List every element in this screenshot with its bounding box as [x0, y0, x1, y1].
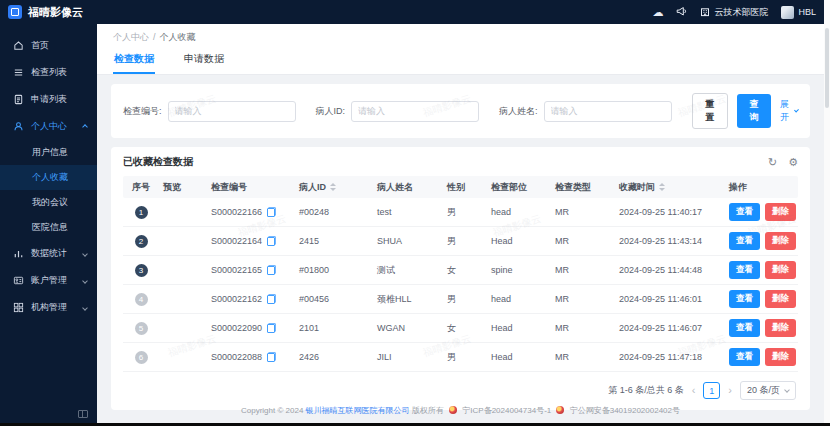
- table-row: 1 S000022166 #00248 test 男 head MR 2024-…: [123, 198, 798, 227]
- delete-button[interactable]: 删除: [765, 261, 796, 279]
- sidebar: 首页 检查列表 申请列表 个人中心 用户信息 个人收藏 我的会议 医院信息 数据…: [0, 24, 97, 423]
- col-fav-time: 收藏时间: [615, 181, 725, 194]
- row-index-badge: 2: [135, 235, 148, 248]
- patient-name-input[interactable]: [544, 101, 672, 122]
- main-content: 福晴影像云福晴影像云福晴影像云福晴影像云福晴影像云福晴影像云福晴影像云福晴影像云…: [97, 24, 824, 423]
- favorite-time: 2024-09-25 11:46:07: [615, 323, 725, 333]
- exam-no: S000022088: [211, 352, 262, 362]
- gender: 男: [443, 206, 487, 219]
- exam-no-input[interactable]: [168, 101, 296, 122]
- gender: 女: [443, 322, 487, 335]
- hospital-switcher[interactable]: 云技术部医院: [700, 6, 768, 19]
- pagination-total: 第 1-6 条/总共 6 条: [608, 384, 684, 397]
- view-button[interactable]: 查看: [729, 290, 760, 308]
- favorite-time: 2024-09-25 11:46:01: [615, 294, 725, 304]
- page-number-button[interactable]: 1: [703, 382, 720, 399]
- col-patient-id: 病人ID: [295, 181, 373, 194]
- view-button[interactable]: 查看: [729, 232, 760, 250]
- table-row: 6 S000022088 2426 JILI 男 Head MR 2024-09…: [123, 343, 798, 372]
- chevron-down-icon: [82, 251, 88, 257]
- delete-button[interactable]: 删除: [765, 232, 796, 250]
- exam-type: MR: [551, 236, 615, 246]
- footer: Copyright © 2024 银川福晴互联网医院有限公司 版权所有 宁ICP…: [97, 405, 824, 416]
- username: HBL: [798, 7, 816, 17]
- exam-type: MR: [551, 207, 615, 217]
- chevron-up-icon: [82, 124, 88, 130]
- copy-icon[interactable]: [267, 265, 276, 275]
- row-index-badge: 6: [135, 351, 148, 364]
- emblem-icon: [449, 406, 457, 414]
- favorites-table-card: 已收藏检查数据 ↻ ⚙ 序号 预览 检查编号 病人ID 病人姓名 性别 检查部位…: [111, 147, 810, 410]
- tab-exam-data[interactable]: 检查数据: [113, 50, 155, 74]
- sidebar-item-personal-center[interactable]: 个人中心: [0, 113, 97, 140]
- sidebar-item-home[interactable]: 首页: [0, 32, 97, 59]
- view-button[interactable]: 查看: [729, 261, 760, 279]
- patient-id-input[interactable]: [351, 101, 479, 122]
- patient-id: 2101: [295, 323, 373, 333]
- sidebar-subitem-meetings[interactable]: 我的会议: [0, 190, 97, 215]
- table-header: 序号 预览 检查编号 病人ID 病人姓名 性别 检查部位 检查类型 收藏时间 操…: [123, 176, 798, 198]
- chevron-down-icon: [794, 108, 799, 113]
- sidebar-item-statistics[interactable]: 数据统计: [0, 240, 97, 267]
- breadcrumb-current: 个人收藏: [160, 32, 196, 42]
- settings-gear-icon[interactable]: ⚙: [788, 157, 798, 168]
- view-button[interactable]: 查看: [729, 348, 760, 366]
- table-row: 2 S000022164 2415 SHUA 男 Head MR 2024-09…: [123, 227, 798, 256]
- megaphone-icon[interactable]: [676, 6, 687, 19]
- tab-apply-data[interactable]: 申请数据: [183, 50, 225, 74]
- patient-name: JILI: [373, 352, 443, 362]
- tab-bar: 检查数据 申请数据: [113, 50, 808, 74]
- copy-icon[interactable]: [267, 207, 276, 217]
- window-scrollbar[interactable]: [824, 0, 830, 423]
- gender: 男: [443, 293, 487, 306]
- copy-icon[interactable]: [267, 236, 276, 246]
- sort-patient-id[interactable]: [330, 183, 336, 191]
- logo-icon: [8, 5, 22, 19]
- copy-icon[interactable]: [267, 323, 276, 333]
- prev-page-button[interactable]: ‹: [692, 385, 696, 396]
- hospital-icon: [700, 7, 710, 17]
- user-icon: [13, 121, 24, 132]
- sidebar-item-account-mgmt[interactable]: 账户管理: [0, 267, 97, 294]
- patient-id: #00456: [295, 294, 373, 304]
- refresh-icon[interactable]: ↻: [768, 157, 777, 168]
- sidebar-item-apply-list[interactable]: 申请列表: [0, 86, 97, 113]
- breadcrumb-parent[interactable]: 个人中心: [113, 32, 149, 42]
- sidebar-subitem-favorites[interactable]: 个人收藏: [0, 165, 97, 190]
- user-menu[interactable]: HBL: [781, 6, 816, 19]
- copy-icon[interactable]: [267, 294, 276, 304]
- sidebar-subitem-user-info[interactable]: 用户信息: [0, 140, 97, 165]
- patient-id: #01800: [295, 265, 373, 275]
- cloud-upload-icon[interactable]: ☁: [652, 7, 663, 18]
- page-size-select[interactable]: 20 条/页: [740, 381, 796, 400]
- sidebar-item-exam-list[interactable]: 检查列表: [0, 59, 97, 86]
- body-part: head: [487, 294, 551, 304]
- chevron-down-icon: [82, 278, 88, 284]
- delete-button[interactable]: 删除: [765, 348, 796, 366]
- exam-no: S000022162: [211, 294, 262, 304]
- reset-button[interactable]: 重 置: [692, 93, 728, 129]
- home-icon: [13, 40, 24, 51]
- avatar: [781, 6, 794, 19]
- icp-number: 宁ICP备2024004734号-1: [462, 406, 551, 415]
- delete-button[interactable]: 删除: [765, 319, 796, 337]
- view-button[interactable]: 查看: [729, 319, 760, 337]
- delete-button[interactable]: 删除: [765, 203, 796, 221]
- search-button[interactable]: 查 询: [737, 94, 771, 128]
- patient-name: 测试: [373, 264, 443, 277]
- filter-patient-id: 病人ID:: [316, 101, 480, 122]
- delete-button[interactable]: 删除: [765, 290, 796, 308]
- filter-bar: 检查编号: 病人ID: 病人姓名: 重 置 查 询 展开: [111, 84, 810, 138]
- copy-icon[interactable]: [267, 352, 276, 362]
- sidebar-item-org-mgmt[interactable]: 机构管理: [0, 294, 97, 321]
- next-page-button[interactable]: ›: [728, 385, 732, 396]
- body-part: Head: [487, 352, 551, 362]
- view-button[interactable]: 查看: [729, 203, 760, 221]
- sort-fav-time[interactable]: [659, 183, 665, 191]
- sidebar-subitem-hospital-info[interactable]: 医院信息: [0, 215, 97, 240]
- expand-filters-link[interactable]: 展开: [780, 98, 798, 124]
- exam-type: MR: [551, 352, 615, 362]
- sidebar-collapse-button[interactable]: [78, 410, 88, 418]
- company-link[interactable]: 银川福晴互联网医院有限公司: [306, 406, 410, 415]
- patient-name: SHUA: [373, 236, 443, 246]
